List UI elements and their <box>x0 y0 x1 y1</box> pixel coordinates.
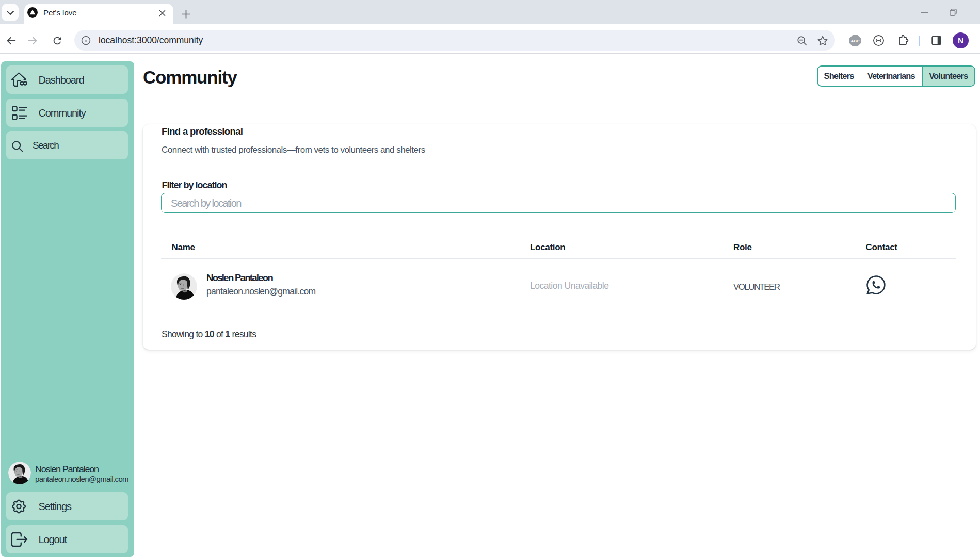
svg-text:ABP: ABP <box>851 39 860 43</box>
